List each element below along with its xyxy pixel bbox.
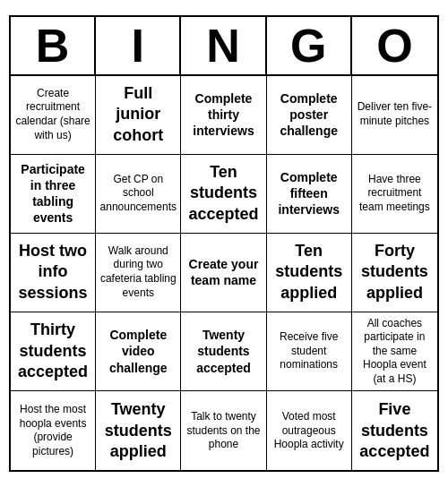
bingo-cell-14: Forty students applied [352, 234, 437, 312]
bingo-letter-g: G [267, 17, 352, 74]
bingo-letter-b: B [11, 17, 96, 74]
bingo-cell-4: Deliver ten five-minute pitches [352, 76, 437, 155]
bingo-cell-17: Twenty students accepted [181, 312, 266, 392]
bingo-cell-12: Create your team name [181, 234, 266, 312]
bingo-cell-5: Participate in three tabling events [11, 155, 96, 234]
bingo-cell-2: Complete thirty interviews [181, 76, 266, 155]
bingo-cell-15: Thirty students accepted [11, 312, 96, 392]
bingo-cell-20: Host the most hoopla events (provide pic… [11, 391, 96, 470]
bingo-letter-o: O [352, 17, 437, 74]
bingo-cell-21: Twenty students applied [96, 391, 181, 470]
bingo-cell-3: Complete poster challenge [267, 76, 352, 155]
bingo-cell-19: All coaches participate in the same Hoop… [352, 312, 437, 392]
bingo-header: BINGO [11, 17, 437, 76]
bingo-cell-23: Voted most outrageous Hoopla activity [267, 391, 352, 470]
bingo-cell-1: Full junior cohort [96, 76, 181, 155]
bingo-cell-9: Have three recruitment team meetings [352, 155, 437, 234]
bingo-cell-8: Complete fifteen interviews [267, 155, 352, 234]
bingo-cell-6: Get CP on school announcements [96, 155, 181, 234]
bingo-cell-18: Receive five student nominations [267, 312, 352, 392]
bingo-cell-7: Ten students accepted [181, 155, 266, 234]
bingo-cell-24: Five students accepted [352, 391, 437, 470]
bingo-cell-0: Create recruitment calendar (share with … [11, 76, 96, 155]
bingo-cell-22: Talk to twenty students on the phone [181, 391, 266, 470]
bingo-card: BINGO Create recruitment calendar (share… [9, 15, 439, 473]
bingo-letter-i: I [96, 17, 181, 74]
bingo-cell-11: Walk around during two cafeteria tabling… [96, 234, 181, 312]
bingo-cell-10: Host two info sessions [11, 234, 96, 312]
bingo-letter-n: N [181, 17, 266, 74]
bingo-cell-16: Complete video challenge [96, 312, 181, 392]
bingo-cell-13: Ten students applied [267, 234, 352, 312]
bingo-grid: Create recruitment calendar (share with … [11, 76, 437, 471]
